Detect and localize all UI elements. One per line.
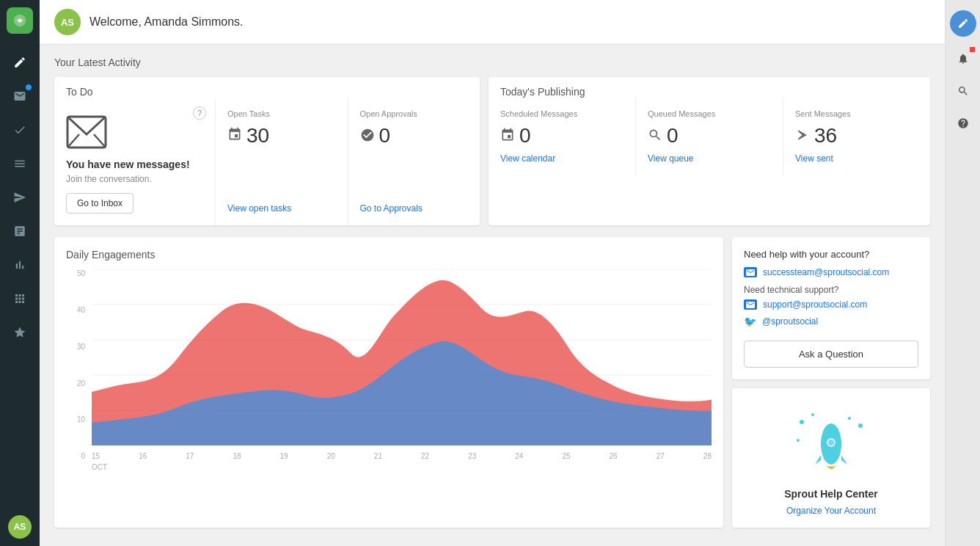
open-tasks-number: 30	[227, 124, 336, 148]
todo-card-title: To Do	[54, 77, 480, 98]
inbox-badge	[26, 84, 32, 90]
open-tasks-icon	[227, 127, 242, 145]
svg-point-12	[797, 439, 800, 442]
view-sent-link[interactable]: View sent	[795, 153, 918, 164]
sidebar-item-compose[interactable]	[5, 48, 34, 77]
twitter-icon: 🐦	[744, 316, 756, 327]
technical-support-title: Need technical support?	[744, 285, 918, 295]
svg-line-1	[67, 134, 79, 148]
view-calendar-link[interactable]: View calendar	[500, 153, 624, 164]
go-to-approvals-link[interactable]: Go to Approvals	[360, 203, 469, 214]
help-button[interactable]	[950, 110, 976, 136]
user-avatar[interactable]: AS	[8, 515, 32, 539]
scheduled-col: Scheduled Messages 0 View calendar	[489, 98, 636, 175]
sidebar-item-apps[interactable]	[5, 284, 34, 313]
sidebar-item-favorites[interactable]	[5, 318, 34, 347]
sidebar-item-send[interactable]	[5, 183, 34, 212]
todo-inbox: ? You have new messages! Join the conve	[54, 98, 216, 225]
success-email-link[interactable]: successteam@sproutsocial.com	[763, 267, 889, 277]
sidebar-item-analytics[interactable]	[5, 216, 34, 246]
notification-badge	[970, 47, 975, 52]
account-help-title: Need help with your account?	[744, 249, 918, 260]
support-email-link[interactable]: support@sproutsocial.com	[763, 299, 867, 310]
organize-account-link[interactable]: Organize Your Account	[786, 506, 876, 516]
open-approvals-icon	[360, 124, 375, 148]
twitter-row: 🐦 @sproutsocial	[744, 316, 918, 327]
search-button[interactable]	[950, 78, 976, 104]
header: AS Welcome, Amanda Simmons.	[40, 0, 945, 45]
notifications-button[interactable]	[950, 46, 976, 72]
open-tasks-label: Open Tasks	[227, 109, 336, 118]
success-email-row: successteam@sproutsocial.com	[744, 267, 918, 277]
go-to-inbox-button[interactable]: Go to Inbox	[66, 193, 134, 214]
support-email-icon	[744, 299, 757, 310]
y-label-20: 20	[66, 379, 88, 387]
welcome-message: Welcome, Amanda Simmons.	[89, 15, 244, 29]
chart-card: Daily Engagements 0 10 20 30 40 50	[54, 237, 723, 528]
y-label-0: 0	[66, 452, 88, 460]
queued-col: Queued Messages 0 View queue	[636, 98, 783, 175]
chart-x-labels: 15 16 17 18 19 20 21 22 23 24 25 26 27 2…	[92, 452, 712, 460]
view-open-tasks-link[interactable]: View open tasks	[227, 203, 336, 214]
todo-inner: ? You have new messages! Join the conve	[54, 98, 480, 225]
inbox-envelope-icon	[66, 115, 107, 152]
sidebar-item-publishing[interactable]	[5, 149, 34, 178]
action-bar	[945, 0, 980, 546]
todo-card: To Do ?	[54, 77, 480, 225]
inbox-subtitle: Join the conversation.	[66, 174, 152, 184]
open-tasks-col: Open Tasks 30 View open tasks	[216, 98, 348, 225]
svg-line-2	[94, 134, 106, 148]
queued-number: 0	[648, 124, 771, 148]
account-help-card: Need help with your account? successteam…	[732, 237, 930, 379]
sidebar-item-inbox[interactable]	[5, 81, 34, 111]
publishing-inner: Scheduled Messages 0 View calendar Queue…	[489, 98, 930, 175]
sent-col: Sent Messages 36 View sent	[783, 98, 930, 175]
sent-label: Sent Messages	[795, 109, 918, 118]
y-label-10: 10	[66, 415, 88, 423]
queued-label: Queued Messages	[648, 109, 771, 118]
svg-point-15	[828, 440, 834, 445]
scheduled-icon	[500, 124, 515, 148]
y-label-30: 30	[66, 343, 88, 351]
header-avatar: AS	[54, 9, 81, 35]
sidebar-item-reports[interactable]	[5, 250, 34, 280]
chart-y-labels: 0 10 20 30 40 50	[66, 269, 88, 460]
activity-row: To Do ?	[54, 77, 930, 225]
chart-svg	[92, 269, 712, 445]
y-label-40: 40	[66, 306, 88, 314]
compose-button[interactable]	[950, 10, 976, 37]
svg-point-10	[848, 417, 851, 420]
content-area: Your Latest Activity To Do ?	[40, 45, 945, 539]
help-center-title: Sprout Help Center	[784, 488, 878, 500]
svg-point-8	[800, 420, 804, 424]
publishing-card: Today's Publishing Scheduled Messages 0 …	[489, 77, 930, 225]
help-icon[interactable]: ?	[193, 106, 206, 120]
sidebar: AS	[0, 0, 40, 546]
open-approvals-col: Open Approvals 0 Go to Approvals	[348, 98, 480, 225]
sidebar-item-tasks[interactable]	[5, 115, 34, 145]
ask-question-button[interactable]: Ask a Question	[744, 341, 918, 368]
chart-title: Daily Engagements	[66, 249, 712, 261]
scheduled-number: 0	[500, 124, 624, 148]
help-panel: Need help with your account? successteam…	[732, 237, 930, 528]
section-title: Your Latest Activity	[54, 57, 930, 68]
chart-x-sub-label: OCT	[66, 463, 712, 471]
sidebar-logo[interactable]	[7, 7, 33, 34]
view-queue-link[interactable]: View queue	[648, 153, 771, 164]
email-icon	[744, 267, 757, 277]
twitter-handle-link[interactable]: @sproutsocial	[762, 316, 818, 327]
svg-point-11	[858, 423, 863, 428]
open-approvals-label: Open Approvals	[360, 109, 469, 118]
chart-area: 0 10 20 30 40 50	[66, 269, 712, 460]
inbox-new-messages-title: You have new messages!	[66, 158, 190, 171]
open-approvals-number: 0	[360, 124, 469, 148]
bottom-row: Daily Engagements 0 10 20 30 40 50	[54, 237, 930, 528]
y-label-50: 50	[66, 269, 88, 277]
publishing-card-title: Today's Publishing	[489, 77, 930, 98]
queued-icon	[648, 124, 662, 148]
sent-number: 36	[795, 124, 918, 148]
sent-icon	[795, 124, 810, 148]
scheduled-label: Scheduled Messages	[500, 109, 624, 118]
support-email-row: support@sproutsocial.com	[744, 299, 918, 310]
main-content: AS Welcome, Amanda Simmons. Your Latest …	[40, 0, 945, 546]
